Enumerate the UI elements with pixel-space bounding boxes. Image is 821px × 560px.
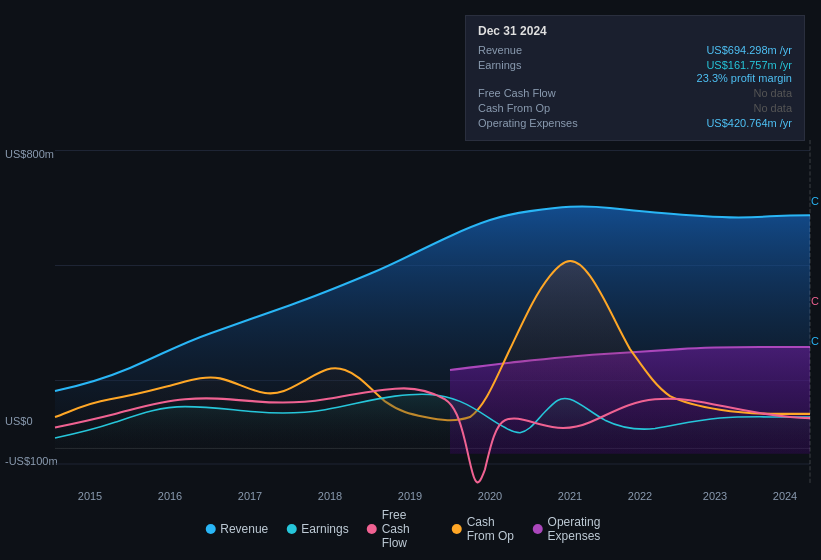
x-label-2021: 2021 [558, 490, 582, 502]
right-label-revenue: C [811, 195, 819, 207]
legend-item-revenue[interactable]: Revenue [205, 522, 268, 536]
tooltip-box: Dec 31 2024 Revenue US$694.298m /yr Earn… [465, 15, 805, 141]
x-label-2020: 2020 [478, 490, 502, 502]
tooltip-date: Dec 31 2024 [478, 24, 792, 38]
legend-label-fcf: Free Cash Flow [382, 508, 434, 550]
chart-svg [0, 140, 821, 485]
legend-item-opex[interactable]: Operating Expenses [533, 515, 616, 543]
tooltip-row-fcf: Free Cash Flow No data [478, 87, 792, 99]
tooltip-label-fcf: Free Cash Flow [478, 87, 578, 99]
tooltip-label-cashfromop: Cash From Op [478, 102, 578, 114]
x-label-2023: 2023 [703, 490, 727, 502]
tooltip-profit-margin: 23.3% profit margin [697, 72, 792, 84]
tooltip-row-revenue: Revenue US$694.298m /yr [478, 44, 792, 56]
legend-label-cashfromop: Cash From Op [467, 515, 515, 543]
x-label-2022: 2022 [628, 490, 652, 502]
tooltip-label-revenue: Revenue [478, 44, 578, 56]
x-label-2017: 2017 [238, 490, 262, 502]
tooltip-label-earnings: Earnings [478, 59, 578, 71]
tooltip-label-opex: Operating Expenses [478, 117, 578, 129]
legend-dot-fcf [367, 524, 377, 534]
x-label-2019: 2019 [398, 490, 422, 502]
tooltip-value-earnings: US$161.757m /yr [697, 59, 792, 71]
legend-dot-revenue [205, 524, 215, 534]
tooltip-row-opex: Operating Expenses US$420.764m /yr [478, 117, 792, 129]
legend-item-cashfromop[interactable]: Cash From Op [452, 515, 515, 543]
legend-item-fcf[interactable]: Free Cash Flow [367, 508, 434, 550]
legend-item-earnings[interactable]: Earnings [286, 522, 348, 536]
x-label-2024: 2024 [773, 490, 797, 502]
x-label-2016: 2016 [158, 490, 182, 502]
chart-container: Dec 31 2024 Revenue US$694.298m /yr Earn… [0, 0, 821, 560]
legend-label-revenue: Revenue [220, 522, 268, 536]
tooltip-value-revenue: US$694.298m /yr [706, 44, 792, 56]
chart-area [0, 140, 821, 485]
legend-dot-earnings [286, 524, 296, 534]
x-label-2015: 2015 [78, 490, 102, 502]
x-label-2018: 2018 [318, 490, 342, 502]
legend-dot-cashfromop [452, 524, 462, 534]
tooltip-row-cashfromop: Cash From Op No data [478, 102, 792, 114]
tooltip-value-opex: US$420.764m /yr [706, 117, 792, 129]
legend-label-earnings: Earnings [301, 522, 348, 536]
tooltip-value-cashfromop: No data [753, 102, 792, 114]
tooltip-row-earnings: Earnings US$161.757m /yr 23.3% profit ma… [478, 59, 792, 84]
right-label-fcf: C [811, 295, 819, 307]
right-label-opex: C [811, 335, 819, 347]
legend-label-opex: Operating Expenses [548, 515, 616, 543]
tooltip-value-fcf: No data [753, 87, 792, 99]
legend-dot-opex [533, 524, 543, 534]
chart-legend: Revenue Earnings Free Cash Flow Cash Fro… [205, 508, 616, 550]
